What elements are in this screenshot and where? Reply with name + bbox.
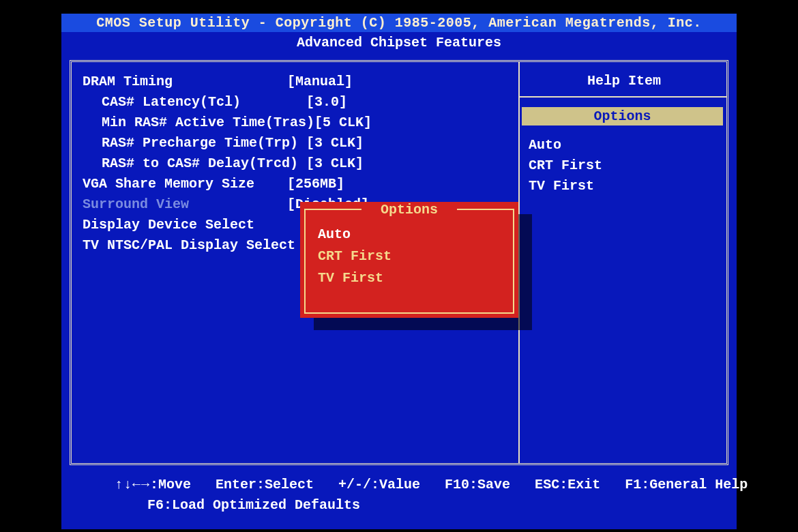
help-option: Auto bbox=[529, 135, 720, 156]
setting-row[interactable]: CAS# Latency(Tcl)[3.0] bbox=[83, 92, 508, 113]
arrow-keys-icon: ↑↓←→ bbox=[115, 477, 150, 492]
setting-row[interactable]: DRAM Timing[Manual] bbox=[83, 72, 508, 92]
footer-line-1: ↑↓←→:Move Enter:Select +/-/:Value F10:Sa… bbox=[82, 475, 730, 495]
setting-row[interactable]: VGA Share Memory Size[256MB] bbox=[83, 174, 508, 194]
bios-body: DRAM Timing[Manual]CAS# Latency(Tcl)[3.0… bbox=[61, 55, 737, 471]
setting-value: [3.0] bbox=[306, 92, 347, 113]
setting-row[interactable]: RAS# Precharge Time(Trp)[3 CLK] bbox=[83, 133, 508, 153]
help-options-header: Options bbox=[522, 107, 723, 125]
setting-label: RAS# to CAS# Delay(Trcd) bbox=[83, 153, 306, 174]
help-option: CRT First bbox=[529, 156, 720, 176]
setting-row[interactable]: RAS# to CAS# Delay(Trcd)[3 CLK] bbox=[83, 153, 508, 174]
footer-hints-text-2: F6:Load Optimized Defaults bbox=[147, 497, 360, 513]
setting-label: TV NTSC/PAL Display Select bbox=[83, 235, 295, 256]
popup-option[interactable]: TV First bbox=[318, 267, 512, 289]
page-subtitle: Advanced Chipset Features bbox=[61, 32, 737, 55]
help-title: Help Item bbox=[529, 69, 720, 93]
help-options-list: AutoCRT FirstTV First bbox=[529, 135, 720, 196]
footer-hints: ↑↓←→:Move Enter:Select +/-/:Value F10:Sa… bbox=[61, 471, 737, 529]
setting-value: [Manual] bbox=[287, 72, 353, 92]
setting-value: [3 CLK] bbox=[306, 133, 364, 153]
popup-title: Options bbox=[361, 203, 457, 217]
options-popup[interactable]: Options AutoCRT FirstTV First bbox=[300, 202, 518, 318]
subtitle-text: Advanced Chipset Features bbox=[297, 35, 501, 50]
setting-value: [5 CLK] bbox=[314, 113, 372, 133]
popup-option[interactable]: Auto bbox=[318, 224, 512, 246]
bios-screen: CMOS Setup Utility - Copyright (C) 1985-… bbox=[61, 14, 737, 518]
footer-hints-text-1: :Move Enter:Select +/-/:Value F10:Save E… bbox=[150, 477, 748, 492]
setting-label: VGA Share Memory Size bbox=[83, 174, 287, 194]
help-option: TV First bbox=[529, 176, 720, 196]
setting-value: [3 CLK] bbox=[306, 153, 364, 174]
help-pane: Help Item Options AutoCRT FirstTV First bbox=[529, 69, 720, 196]
setting-label: CAS# Latency(Tcl) bbox=[83, 92, 306, 113]
setting-row[interactable]: Min RAS# Active Time(Tras)[5 CLK] bbox=[83, 113, 508, 133]
setting-value: [256MB] bbox=[287, 174, 344, 194]
popup-option[interactable]: CRT First bbox=[318, 246, 512, 267]
setting-label: Display Device Select bbox=[83, 215, 287, 235]
setting-label: DRAM Timing bbox=[83, 72, 287, 92]
title-bar: CMOS Setup Utility - Copyright (C) 1985-… bbox=[61, 14, 737, 32]
setting-label: Min RAS# Active Time(Tras) bbox=[83, 113, 314, 133]
title-text: CMOS Setup Utility - Copyright (C) 1985-… bbox=[96, 15, 702, 31]
setting-label: Surround View bbox=[83, 194, 287, 215]
popup-options-list: AutoCRT FirstTV First bbox=[318, 224, 512, 289]
footer-line-2: F6:Load Optimized Defaults bbox=[82, 495, 730, 516]
setting-label: RAS# Precharge Time(Trp) bbox=[83, 133, 306, 153]
